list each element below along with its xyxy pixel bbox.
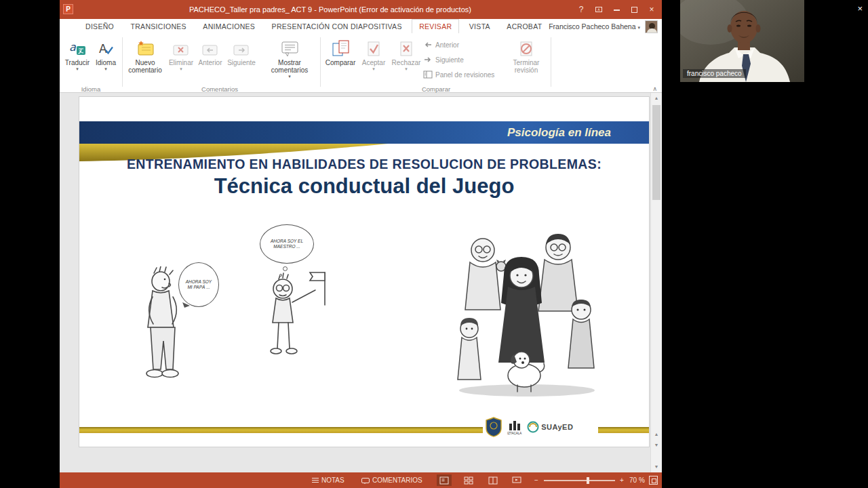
- translate-icon: a: [68, 36, 86, 58]
- svg-text:A: A: [99, 42, 107, 56]
- webcam-participant-name: francisco pacheco: [683, 69, 746, 78]
- slide-canvas[interactable]: Psicología en línea ENTRENAMIENTO EN HAB…: [79, 97, 649, 447]
- svg-text:a: a: [69, 41, 77, 54]
- comparar-button[interactable]: Comparar: [324, 36, 357, 87]
- help-button[interactable]: ?: [572, 2, 590, 17]
- slide-brand-text: Psicología en línea: [507, 121, 611, 144]
- ribbon: a Traducir ▾ A Idioma ▾ Idioma: [60, 34, 662, 93]
- chevron-down-icon: ▾: [637, 25, 640, 30]
- new-comment-icon: [136, 36, 155, 58]
- fes-iztacala-logo: IZTACALA: [507, 420, 521, 435]
- slideshow-view-button[interactable]: [509, 474, 524, 486]
- tab-transiciones[interactable]: TRANSICIONES: [124, 19, 193, 34]
- speech-bubble-left: AHORA SOY MI PAPÁ ...: [178, 262, 219, 307]
- normal-view-button[interactable]: [437, 474, 452, 486]
- close-button[interactable]: ×: [643, 2, 660, 17]
- scroll-down-button[interactable]: ▼: [651, 462, 662, 472]
- previous-slide-button[interactable]: ▲: [651, 429, 662, 440]
- tab-presentacion[interactable]: PRESENTACIÓN CON DIAPOSITIVAS: [265, 19, 409, 34]
- comments-toggle[interactable]: COMENTARIOS: [361, 472, 422, 488]
- family-illustration: [451, 227, 610, 400]
- zoom-level[interactable]: 70 %: [629, 472, 645, 488]
- powerpoint-window: P PACHECO_Taller pra padres_ ACT 9 - Pow…: [60, 0, 662, 488]
- restore-button[interactable]: [625, 2, 643, 17]
- slideshow-icon: [512, 476, 521, 485]
- overlay-close-icon[interactable]: ×: [857, 3, 863, 14]
- compare-icon: [332, 36, 350, 58]
- notes-toggle[interactable]: NOTAS: [312, 472, 344, 488]
- account-name: Francisco Pacheco Bahena: [549, 22, 635, 30]
- siguiente-revision-button[interactable]: Siguiente: [423, 54, 505, 66]
- previous-comment-icon: [202, 36, 218, 58]
- screen: P PACHECO_Taller pra padres_ ACT 9 - Pow…: [0, 0, 868, 488]
- cartoon-teacher-figure: [262, 270, 340, 361]
- zoom-slider[interactable]: [544, 480, 615, 481]
- next-comment-icon: [233, 36, 250, 58]
- group-divider: [551, 37, 551, 87]
- slide-title-line1: ENTRENAMIENTO EN HABILIDADES DE RESOLUCI…: [79, 157, 649, 172]
- panel-revisiones-button[interactable]: Panel de revisiones: [423, 69, 505, 81]
- terminar-revision-button[interactable]: Terminar revisión: [507, 36, 545, 87]
- language-icon: A: [98, 36, 114, 58]
- zoom-out-button[interactable]: −: [534, 472, 538, 488]
- fit-to-window-button[interactable]: [649, 476, 658, 485]
- siguiente-comentario-button[interactable]: Siguiente: [226, 36, 257, 87]
- chevron-down-icon: ▾: [372, 66, 375, 72]
- anterior-revision-button[interactable]: Anterior: [423, 39, 505, 51]
- group-label-comentarios: Comentarios: [125, 85, 314, 93]
- collapse-ribbon-button[interactable]: ∧: [652, 85, 657, 92]
- chevron-down-icon: ▾: [104, 66, 107, 72]
- tab-acrobat[interactable]: ACROBAT: [500, 19, 549, 34]
- anterior-comentario-button[interactable]: Anterior: [196, 36, 224, 87]
- zoom-in-button[interactable]: +: [620, 472, 624, 488]
- scroll-up-button[interactable]: ▲: [651, 93, 662, 104]
- rechazar-button[interactable]: Rechazar ▾: [391, 36, 422, 87]
- suayed-logo: SUAyED: [527, 421, 573, 433]
- delete-comment-icon: [173, 36, 189, 58]
- tab-animaciones[interactable]: ANIMACIONES: [196, 19, 262, 34]
- end-review-icon: [518, 36, 534, 58]
- titlebar: P PACHECO_Taller pra padres_ ACT 9 - Pow…: [60, 0, 662, 19]
- minimize-icon: [614, 9, 620, 11]
- ribbon-display-options-button[interactable]: ∧: [590, 2, 608, 17]
- bubble-tail-dot: [279, 274, 282, 277]
- reject-icon: [398, 36, 414, 58]
- slide-sorter-icon: [464, 476, 473, 485]
- account-menu[interactable]: Francisco Pacheco Bahena ▾: [549, 19, 640, 34]
- group-divider: [320, 37, 321, 87]
- traducir-button[interactable]: a Traducir ▾: [62, 36, 92, 87]
- group-label-idioma: Idioma: [60, 85, 122, 93]
- reviewing-pane-icon: [423, 70, 433, 80]
- idioma-button[interactable]: A Idioma ▾: [92, 36, 119, 87]
- webcam-overlay: francisco pacheco: [680, 0, 804, 82]
- next-slide-button[interactable]: ▼: [651, 440, 662, 451]
- vertical-scrollbar[interactable]: ▲ ▲ ▼ ▼: [650, 93, 662, 472]
- chevron-down-icon: ▾: [76, 66, 79, 72]
- zoom-slider-handle[interactable]: [587, 477, 589, 484]
- account-avatar[interactable]: [645, 20, 658, 33]
- powerpoint-app-icon[interactable]: P: [63, 4, 73, 14]
- chevron-down-icon: ▾: [180, 66, 182, 72]
- reading-view-icon: [488, 476, 498, 485]
- aceptar-button[interactable]: Aceptar ▾: [359, 36, 388, 87]
- eliminar-comentario-button[interactable]: Eliminar ▾: [167, 36, 195, 87]
- reading-view-button[interactable]: [486, 474, 500, 486]
- minimize-button[interactable]: [608, 2, 625, 17]
- mostrar-comentarios-button[interactable]: Mostrar comentarios ▾: [265, 36, 314, 87]
- nuevo-comentario-button[interactable]: Nuevo comentario: [125, 36, 165, 87]
- unam-logo: [486, 417, 502, 437]
- tab-diseno[interactable]: DISEÑO: [79, 19, 121, 34]
- ribbon-tab-row: DISEÑO TRANSICIONES ANIMACIONES PRESENTA…: [60, 19, 662, 34]
- slide-sorter-view-button[interactable]: [461, 474, 476, 486]
- status-bar: NOTAS COMENTARIOS: [60, 472, 662, 488]
- restore-icon: [631, 7, 637, 13]
- group-label-comparar: Comparar: [324, 85, 548, 93]
- normal-view-icon: [439, 476, 449, 485]
- tab-revisar[interactable]: REVISAR: [412, 19, 459, 33]
- show-comments-icon: [281, 36, 299, 58]
- bubble-tail-dot: [283, 266, 288, 271]
- scrollbar-thumb[interactable]: [652, 105, 660, 200]
- accept-icon: [366, 36, 382, 58]
- notes-icon: [312, 478, 319, 483]
- tab-vista[interactable]: VISTA: [462, 19, 497, 34]
